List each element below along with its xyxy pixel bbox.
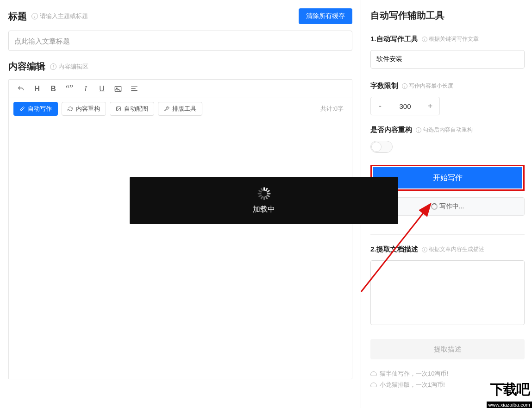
pencil-icon [19,106,25,112]
word-counter: 共计:0字 [320,105,347,113]
watermark-text: 下载吧 [490,380,529,399]
info-icon [416,127,421,133]
pet-icon [370,371,377,376]
info-icon [50,63,56,70]
restructure-hint: 勾选后内容自动重构 [416,126,473,134]
image-icon [116,106,121,112]
undo-button[interactable] [13,82,28,96]
format-toolbar: H B “” I U [9,80,352,98]
image-button[interactable] [111,82,125,96]
title-section-header: 标题 请输入主题或标题 清除所有缓存 [8,8,352,24]
restructure-header: 是否内容重构 勾选后内容自动重构 [370,126,525,134]
quote-button[interactable]: “” [62,82,77,96]
extract-description-button[interactable]: 提取描述 [370,339,525,359]
increment-button[interactable]: + [421,97,439,115]
restructure-button[interactable]: 内容重构 [62,102,106,116]
spinner-icon [431,203,438,210]
content-hint: 内容编辑区 [50,63,88,71]
tool1-hint: 根据关键词写作文章 [422,35,479,43]
article-title-input[interactable] [8,31,352,51]
loading-spinner-icon [257,187,270,200]
align-button[interactable] [127,82,142,96]
heading-button[interactable]: H [30,82,44,96]
word-limit-stepper: - 300 + [370,97,440,115]
auto-image-button[interactable]: 自动配图 [110,102,154,116]
editor-body[interactable] [9,119,352,379]
svg-point-7 [118,108,119,109]
content-label: 内容编辑 [8,60,45,73]
title-label: 标题 [8,10,27,23]
clear-cache-button[interactable]: 清除所有缓存 [299,8,352,24]
action-toolbar: 自动写作 内容重构 自动配图 [9,98,352,119]
title-hint: 请输入主题或标题 [31,12,88,20]
footer-note-1: 猫半仙写作，一次10淘币! [370,370,525,378]
watermark: 下载吧 www.xiazaiba.com [472,380,532,408]
bold-button[interactable]: B [46,82,61,96]
tool2-header: 2.提取文档描述 根据文章内容生成描述 [370,245,525,254]
sidebar-title: 自动写作辅助工具 [370,9,525,22]
italic-button[interactable]: I [78,82,93,96]
restructure-title: 是否内容重构 [370,126,412,134]
refresh-icon [68,106,73,112]
tool1-title: 1.自动写作工具 [370,35,418,44]
tool-icon [164,106,169,112]
tool2-hint: 根据文章内容生成描述 [422,245,484,253]
wordlimit-title: 字数限制 [370,82,398,90]
keyword-input[interactable] [370,50,525,69]
layout-tool-button[interactable]: 排版工具 [158,102,202,116]
watermark-url: www.xiazaiba.com [487,402,532,408]
tool1-header: 1.自动写作工具 根据关键词写作文章 [370,35,525,44]
toggle-knob [371,142,382,152]
wordlimit-hint: 写作内容最小长度 [402,82,453,90]
loading-overlay: 加载中 [130,177,398,224]
divider [370,234,525,235]
editor: H B “” I U 自动写作 [8,79,352,379]
info-icon [422,247,427,252]
info-icon [402,83,407,89]
word-limit-value[interactable]: 300 [389,102,421,110]
pet-icon [370,383,377,387]
auto-write-button[interactable]: 自动写作 [13,102,58,116]
restructure-toggle[interactable] [370,141,393,153]
wordlimit-header: 字数限制 写作内容最小长度 [370,82,525,90]
loading-text: 加载中 [253,205,275,214]
decrement-button[interactable]: - [371,97,389,115]
info-icon [31,13,38,19]
underline-button[interactable]: U [94,82,109,96]
info-icon [422,37,427,42]
tool2-title: 2.提取文档描述 [370,245,418,254]
description-textarea[interactable] [370,260,525,325]
content-section-header: 内容编辑 内容编辑区 [8,60,352,73]
